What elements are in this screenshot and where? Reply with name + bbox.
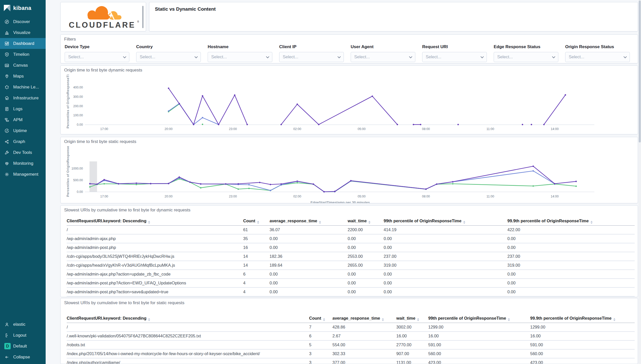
sidebar-item-canvas[interactable]: Canvas <box>0 60 46 71</box>
column-header[interactable]: average_response_time <box>332 315 396 323</box>
column-header-label: 99th percentile of OriginResponseTime <box>428 316 506 320</box>
value-cell: 16.00 <box>530 332 635 340</box>
uri-cell: /index.php/2017/05/14/how-i-owned-my-mot… <box>67 349 309 358</box>
svg-text:300.00: 300.00 <box>73 95 83 99</box>
kibana-logo[interactable]: kibana <box>0 0 46 16</box>
page-scrollbar-track[interactable] <box>638 0 641 364</box>
timelion-icon <box>4 52 10 57</box>
sidebar-item-discover[interactable]: Discover <box>0 16 46 27</box>
sidebar-item-infrastructure[interactable]: Infrastructure <box>0 93 46 103</box>
sidebar-item-default-space[interactable]: D Default <box>0 341 46 352</box>
value-cell: 0.00 <box>348 287 384 296</box>
value-cell: 423.00 <box>530 358 635 364</box>
value-cell: 1131.00 <box>396 358 428 364</box>
sidebar-item-collapse[interactable]: Collapse <box>0 352 46 362</box>
value-cell: 16 <box>243 243 270 252</box>
sort-icon[interactable] <box>148 318 150 321</box>
table-row: /wp-admin/admin-post.php160.000.000.000.… <box>67 243 635 252</box>
sort-icon[interactable] <box>508 318 510 321</box>
column-header[interactable]: average_response_time <box>270 217 348 225</box>
filter-label: User Agent <box>351 44 415 49</box>
svg-text:23:00: 23:00 <box>229 127 237 131</box>
sidebar-item-logout[interactable]: Logout <box>0 330 46 341</box>
column-header[interactable]: 99th percentile of OriginResponseTime <box>428 315 530 323</box>
svg-text:100.00: 100.00 <box>73 114 83 117</box>
column-header[interactable]: Count <box>309 315 332 323</box>
filter-select-origin-response-status[interactable]: Select... <box>565 52 630 62</box>
sort-icon[interactable] <box>613 318 615 321</box>
filter-placeholder: Select... <box>211 54 227 60</box>
sort-icon[interactable] <box>591 221 593 224</box>
svg-text:0.00: 0.00 <box>77 123 83 126</box>
table-row: /wp-admin/admin-ajax.php?action=update_z… <box>67 270 635 279</box>
filter-select-device-type[interactable]: Select... <box>65 52 129 62</box>
markdown-scrollbar[interactable] <box>142 6 144 28</box>
column-header-label: ClientRequestURI.keyword: Descending <box>67 219 146 223</box>
column-header[interactable]: ClientRequestURI.keyword: Descending <box>67 217 243 225</box>
column-header[interactable]: 99.9th percentile of OriginResponseTime <box>530 315 635 323</box>
sidebar-item-monitoring[interactable]: Monitoring <box>0 158 46 169</box>
value-cell: 0.00 <box>384 296 507 297</box>
filter-select-client-ip[interactable]: Select... <box>279 52 344 62</box>
column-header[interactable]: 99th percentile of OriginResponseTime <box>384 217 507 225</box>
svg-text:500.00: 500.00 <box>73 178 83 182</box>
sidebar-item-uptime[interactable]: Uptime <box>0 125 46 136</box>
sidebar-item-graph[interactable]: Graph <box>0 136 46 147</box>
filter-label: Edge Response Status <box>494 44 558 49</box>
chart-panel-dynamic: Origin time to first byte dynamic reques… <box>60 65 638 134</box>
value-cell: 3002.00 <box>396 323 428 332</box>
page-scrollbar-thumb[interactable] <box>639 1 641 142</box>
sidebar-item-dashboard[interactable]: Dashboard <box>0 38 46 49</box>
filter-placeholder: Select... <box>140 54 155 60</box>
sort-icon[interactable] <box>382 318 384 321</box>
column-header[interactable]: wait_time <box>348 217 384 225</box>
sort-icon[interactable] <box>323 318 325 321</box>
column-header[interactable]: Count <box>243 217 270 225</box>
sort-icon[interactable] <box>257 221 259 224</box>
filter-group-client-ip: Client IPSelect... <box>279 44 344 62</box>
uri-cell: /wp-admin/admin-post.php?action=... <box>67 296 243 297</box>
sidebar-item-apm[interactable]: APM <box>0 114 46 125</box>
chevron-down-icon <box>552 55 555 58</box>
column-header-label: ClientRequestURI.keyword: Descending <box>67 316 146 320</box>
sidebar-item-dev-tools[interactable]: Dev Tools <box>0 147 46 158</box>
dev-tools-icon <box>4 150 10 155</box>
filter-label: Device Type <box>65 44 129 49</box>
kibana-dashboard-page: kibana Discover Visualize Dashboard Time… <box>0 0 641 364</box>
filter-select-hostname[interactable]: Select... <box>208 52 272 62</box>
column-header[interactable]: 99.9th percentile of OriginResponseTime <box>507 217 635 225</box>
value-cell: 0.00 <box>507 296 635 297</box>
sort-icon[interactable] <box>463 221 465 224</box>
sidebar-item-elastic-user[interactable]: elastic <box>0 319 46 330</box>
sort-icon[interactable] <box>148 221 150 224</box>
line-chart: 1000.00500.000.0017:0020:0023:0002:0005:… <box>61 144 638 203</box>
filter-select-country[interactable]: Select... <box>136 52 201 62</box>
collapse-icon <box>4 355 10 360</box>
value-cell: 189.64 <box>270 261 348 270</box>
uri-cell: /wp-admin/admin-post.php?action=save&upd… <box>67 287 243 296</box>
value-cell: 554.00 <box>332 340 396 349</box>
value-cell: 182.36 <box>270 252 348 261</box>
value-cell: 0.00 <box>348 243 384 252</box>
sort-icon[interactable] <box>368 221 370 224</box>
uri-cell: /wp-admin/admin-post.php <box>67 243 243 252</box>
column-header[interactable]: wait_time <box>396 315 428 323</box>
uri-cell: /cdn-cgi/apps/head/xVgyKhR-vV3dAUGhMqfBc… <box>67 261 243 270</box>
sort-icon[interactable] <box>417 318 419 321</box>
sidebar-item-management[interactable]: Management <box>0 169 46 180</box>
sidebar-item-logs[interactable]: Logs <box>0 103 46 114</box>
filter-select-edge-response-status[interactable]: Select... <box>494 52 558 62</box>
sidebar-item-maps[interactable]: Maps <box>0 71 46 82</box>
column-header[interactable]: ClientRequestURI.keyword: Descending <box>67 315 309 323</box>
table-row: /index.php/2017/05/14/how-i-owned-my-mot… <box>67 349 635 358</box>
sort-icon[interactable] <box>319 221 321 224</box>
value-cell: 237.00 <box>384 252 507 261</box>
table-row: /wp-admin/admin-post.php?Action=EWD_UFAQ… <box>67 279 635 287</box>
sidebar-item-timelion[interactable]: Timelion <box>0 49 46 60</box>
graph-icon <box>4 139 10 144</box>
sidebar-item-machine-learning[interactable]: Machine Le... <box>0 82 46 93</box>
sidebar-item-visualize[interactable]: Visualize <box>0 27 46 38</box>
filter-group-country: CountrySelect... <box>136 44 201 62</box>
filter-select-user-agent[interactable]: Select... <box>351 52 415 62</box>
filter-select-request-uri[interactable]: Select... <box>422 52 487 62</box>
